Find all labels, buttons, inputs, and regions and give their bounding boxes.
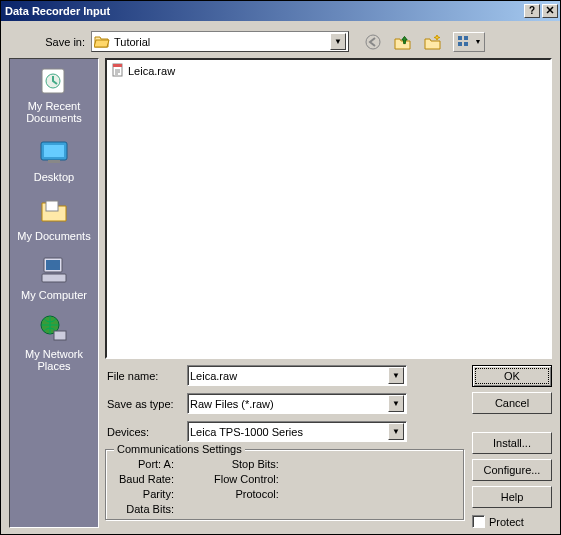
comm-port-label: Port: A: bbox=[114, 458, 174, 470]
comm-grid: Port: A: Baud Rate: Parity: Data Bits: S… bbox=[114, 458, 455, 515]
fields-col: File name: Leica.raw ▼ Save as type: Raw… bbox=[105, 365, 464, 528]
chevron-down-icon[interactable]: ▼ bbox=[388, 423, 404, 440]
devices-label: Devices: bbox=[105, 426, 187, 438]
comm-flow-label: Flow Control: bbox=[214, 473, 279, 485]
comm-settings-title: Communications Settings bbox=[114, 443, 245, 455]
buttons-col: OK Cancel Install... Configure... Help P… bbox=[472, 365, 552, 528]
my-computer-icon bbox=[38, 254, 70, 286]
save-in-combo[interactable]: Tutorial ▼ bbox=[91, 31, 349, 52]
protect-checkbox-row[interactable]: Protect bbox=[472, 515, 552, 528]
list-item[interactable]: Leica.raw bbox=[111, 62, 546, 80]
comm-baud-label: Baud Rate: bbox=[114, 473, 174, 485]
save-in-value: Tutorial bbox=[114, 36, 150, 48]
comm-col-right: Stop Bits: Flow Control: Protocol: bbox=[214, 458, 279, 515]
svg-rect-10 bbox=[46, 201, 58, 211]
file-name-row: File name: Leica.raw ▼ bbox=[105, 365, 464, 386]
svg-rect-3 bbox=[458, 42, 462, 46]
place-label: My Computer bbox=[12, 289, 96, 301]
folder-open-icon bbox=[94, 34, 110, 50]
up-one-level-button[interactable] bbox=[393, 32, 413, 52]
protect-checkbox[interactable] bbox=[472, 515, 485, 528]
chevron-down-icon[interactable]: ▼ bbox=[388, 367, 404, 384]
svg-rect-13 bbox=[42, 274, 66, 282]
titlebar: Data Recorder Input ? bbox=[1, 1, 560, 21]
svg-rect-9 bbox=[48, 160, 60, 163]
chevron-down-icon[interactable]: ▼ bbox=[388, 395, 404, 412]
my-documents-icon bbox=[38, 195, 70, 227]
dialog-window: Data Recorder Input ? Save in: Tutorial … bbox=[0, 0, 561, 535]
configure-button[interactable]: Configure... bbox=[472, 459, 552, 481]
cancel-button[interactable]: Cancel bbox=[472, 392, 552, 414]
comm-protocol-label: Protocol: bbox=[214, 488, 279, 500]
svg-rect-12 bbox=[46, 260, 60, 270]
file-name: Leica.raw bbox=[128, 65, 175, 77]
help-button[interactable]: Help bbox=[472, 486, 552, 508]
comm-settings-group: Communications Settings Port: A: Baud Ra… bbox=[105, 449, 464, 520]
place-my-computer[interactable]: My Computer bbox=[12, 254, 96, 301]
file-name-label: File name: bbox=[105, 370, 187, 382]
toolbar: ▼ bbox=[363, 32, 485, 52]
file-name-input[interactable]: Leica.raw ▼ bbox=[187, 365, 407, 386]
comm-col-left: Port: A: Baud Rate: Parity: Data Bits: bbox=[114, 458, 174, 515]
comm-stopbits-label: Stop Bits: bbox=[214, 458, 279, 470]
save-as-type-combo[interactable]: Raw Files (*.raw) ▼ bbox=[187, 393, 407, 414]
main-row: My Recent Documents Desktop My Documents bbox=[9, 58, 552, 528]
save-as-type-row: Save as type: Raw Files (*.raw) ▼ bbox=[105, 393, 464, 414]
view-menu-button[interactable]: ▼ bbox=[453, 32, 485, 52]
save-in-label: Save in: bbox=[9, 36, 91, 48]
place-desktop[interactable]: Desktop bbox=[12, 136, 96, 183]
comm-parity-label: Parity: bbox=[114, 488, 174, 500]
save-in-row: Save in: Tutorial ▼ bbox=[9, 31, 552, 52]
create-new-folder-button[interactable] bbox=[423, 32, 443, 52]
help-titlebar-button[interactable]: ? bbox=[524, 4, 540, 18]
places-bar: My Recent Documents Desktop My Documents bbox=[9, 58, 99, 528]
save-as-type-value: Raw Files (*.raw) bbox=[190, 398, 274, 410]
place-label: My Recent Documents bbox=[12, 100, 96, 124]
install-button[interactable]: Install... bbox=[472, 432, 552, 454]
window-title: Data Recorder Input bbox=[5, 5, 522, 17]
place-label: My Network Places bbox=[12, 348, 96, 372]
right-side: Leica.raw File name: Leica.raw ▼ bbox=[105, 58, 552, 528]
protect-label: Protect bbox=[489, 516, 524, 528]
back-button[interactable] bbox=[363, 32, 383, 52]
file-list[interactable]: Leica.raw bbox=[105, 58, 552, 359]
place-label: Desktop bbox=[12, 171, 96, 183]
svg-rect-17 bbox=[113, 64, 122, 67]
svg-rect-15 bbox=[54, 331, 66, 340]
devices-value: Leica TPS-1000 Series bbox=[190, 426, 303, 438]
file-name-value: Leica.raw bbox=[190, 370, 237, 382]
network-places-icon bbox=[38, 313, 70, 345]
place-my-documents[interactable]: My Documents bbox=[12, 195, 96, 242]
svg-rect-2 bbox=[464, 36, 468, 40]
svg-rect-4 bbox=[464, 42, 468, 46]
file-icon bbox=[111, 63, 125, 79]
dialog-content: Save in: Tutorial ▼ bbox=[1, 21, 560, 534]
devices-row: Devices: Leica TPS-1000 Series ▼ bbox=[105, 421, 464, 442]
devices-combo[interactable]: Leica TPS-1000 Series ▼ bbox=[187, 421, 407, 442]
place-recent[interactable]: My Recent Documents bbox=[12, 65, 96, 124]
desktop-icon bbox=[38, 136, 70, 168]
bottom-area: File name: Leica.raw ▼ Save as type: Raw… bbox=[105, 365, 552, 528]
chevron-down-icon[interactable]: ▼ bbox=[330, 33, 346, 50]
ok-button[interactable]: OK bbox=[472, 365, 552, 387]
close-titlebar-button[interactable] bbox=[542, 4, 558, 18]
save-as-type-label: Save as type: bbox=[105, 398, 187, 410]
svg-rect-1 bbox=[458, 36, 462, 40]
svg-point-0 bbox=[366, 35, 380, 49]
recent-documents-icon bbox=[38, 65, 70, 97]
svg-rect-8 bbox=[44, 145, 64, 157]
place-label: My Documents bbox=[12, 230, 96, 242]
place-my-network[interactable]: My Network Places bbox=[12, 313, 96, 372]
comm-databits-label: Data Bits: bbox=[114, 503, 174, 515]
